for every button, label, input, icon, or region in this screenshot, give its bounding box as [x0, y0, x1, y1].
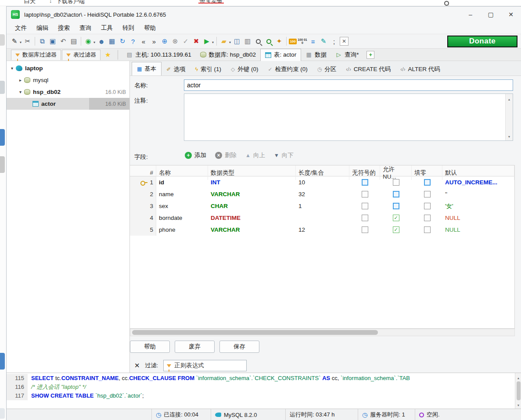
- action-button-discard[interactable]: 废弃: [175, 341, 215, 353]
- zerofill-checkbox[interactable]: [424, 191, 431, 197]
- table-comment-textarea[interactable]: [184, 93, 513, 141]
- field-button-move-down[interactable]: ▼向下: [274, 151, 294, 159]
- zerofill-checkbox[interactable]: [424, 215, 431, 221]
- unsigned-checkbox[interactable]: [362, 215, 368, 221]
- editor-tab-check-constraints[interactable]: ✓检查约束 (0): [263, 63, 313, 75]
- new-query-tab-icon[interactable]: [366, 51, 374, 59]
- insert-record-icon[interactable]: ⊕: [160, 36, 169, 47]
- session-tab-host[interactable]: ▤主机: 100.113.199.61: [122, 49, 195, 61]
- field-button-add[interactable]: +添加: [185, 151, 206, 159]
- copy-icon[interactable]: ⧉: [37, 36, 47, 47]
- undo-icon[interactable]: ↶: [58, 36, 68, 47]
- refresh-connection-icon[interactable]: ◉: [83, 36, 93, 47]
- disconnect-icon[interactable]: ✂: [23, 36, 32, 47]
- session-manager-icon[interactable]: ✎: [10, 36, 19, 47]
- tree-caret-icon[interactable]: ▾: [18, 90, 23, 94]
- close-filter-icon[interactable]: ✕: [134, 362, 140, 370]
- export-icon[interactable]: ▥: [243, 36, 252, 47]
- semicolon-icon[interactable]: ;: [329, 36, 339, 47]
- run-query-icon-dropdown[interactable]: [212, 38, 214, 45]
- run-query-icon[interactable]: ▶: [202, 36, 212, 47]
- menu-item-tools[interactable]: 工具: [96, 23, 118, 33]
- sql-log-scrollbar[interactable]: [515, 373, 521, 409]
- zerofill-checkbox[interactable]: [424, 203, 431, 209]
- unsigned-checkbox[interactable]: [362, 179, 368, 186]
- tree-item-mysql[interactable]: ▸mysql: [7, 74, 129, 86]
- syntax-highlight-icon[interactable]: ✎: [319, 36, 328, 47]
- scrollbar-thumb[interactable]: [517, 381, 521, 400]
- editor-tab-alter-code[interactable]: ‹/›ALTER 代码: [395, 63, 445, 75]
- reformat-icon[interactable]: ≡: [308, 36, 318, 47]
- save-icon[interactable]: ◫: [232, 36, 242, 47]
- clean-icon[interactable]: ✦: [274, 36, 284, 47]
- editor-tab-basic[interactable]: ▦基本: [132, 62, 162, 75]
- unsigned-checkbox[interactable]: [362, 191, 368, 197]
- tree-item-actor[interactable]: actor16.0 KiB: [7, 98, 129, 110]
- tree-caret-icon[interactable]: ▸: [18, 78, 23, 83]
- menu-item-edit[interactable]: 编辑: [32, 23, 53, 33]
- zerofill-checkbox[interactable]: [424, 226, 431, 233]
- allow-null-checkbox[interactable]: [393, 203, 399, 209]
- database-filter-tab[interactable]: 数据库过滤器: [11, 50, 61, 60]
- editor-tab-partitions[interactable]: ◷分区: [313, 63, 341, 75]
- field-row-phone[interactable]: 5phoneVARCHAR12✓NULL: [130, 224, 514, 236]
- session-tab-data[interactable]: ▦数据: [301, 49, 331, 61]
- tree-item-laptop[interactable]: ▾laptop: [7, 62, 129, 74]
- warning-100-icon[interactable]: 100: [289, 39, 297, 44]
- field-button-move-up[interactable]: ▲向上: [245, 151, 265, 159]
- action-button-save[interactable]: 保存: [219, 341, 259, 353]
- menu-item-goto[interactable]: 转到: [118, 23, 139, 33]
- scroll-down-icon[interactable]: [517, 401, 520, 408]
- unsigned-checkbox[interactable]: [362, 203, 368, 209]
- background-search-icon[interactable]: [444, 0, 449, 6]
- find-replace-icon[interactable]: [264, 36, 273, 47]
- tree-item-hsp_db02[interactable]: ▾hsp_db0216.0 KiB: [7, 86, 129, 98]
- unsigned-checkbox[interactable]: [362, 226, 368, 233]
- action-button-help[interactable]: 帮助: [130, 341, 170, 353]
- background-tab[interactable]: 下载客户端: [56, 0, 85, 5]
- user-manager-icon[interactable]: ☻: [97, 36, 106, 47]
- clear-icon[interactable]: ✕: [340, 37, 349, 46]
- binary-data-icon[interactable]: 100 010: [298, 36, 307, 47]
- open-file-icon[interactable]: ▰: [219, 36, 229, 47]
- donate-button[interactable]: Donate: [447, 36, 517, 47]
- refresh-icon[interactable]: ↻: [118, 36, 127, 47]
- field-button-remove[interactable]: ×删除: [215, 151, 237, 159]
- minimize-button[interactable]: –: [460, 7, 481, 22]
- editor-tab-options[interactable]: ✐选项: [162, 63, 190, 75]
- zerofill-checkbox[interactable]: [424, 179, 431, 186]
- scrollbar-thumb[interactable]: [132, 330, 378, 335]
- session-tab-database[interactable]: 数据库: hsp_db02: [196, 49, 260, 61]
- open-file-icon-dropdown[interactable]: [229, 38, 231, 45]
- scroll-up-icon[interactable]: [517, 374, 520, 381]
- scroll-up-icon[interactable]: [508, 95, 511, 102]
- field-row-sex[interactable]: 3sexCHAR1'女': [130, 200, 514, 212]
- tree-caret-icon[interactable]: ▾: [9, 66, 15, 71]
- horizontal-scrollbar[interactable]: [130, 329, 515, 336]
- editor-tab-indexes[interactable]: ϟ索引 (1): [190, 63, 226, 75]
- paste-icon[interactable]: ▣: [48, 36, 57, 47]
- comment-scrollbar[interactable]: [505, 94, 513, 140]
- menu-item-help[interactable]: 帮助: [139, 23, 161, 33]
- database-copy-icon[interactable]: ▦: [107, 36, 117, 47]
- editor-tab-foreign-keys[interactable]: ◇外键 (0): [226, 63, 263, 75]
- table-filter-tab[interactable]: 表过滤器: [62, 50, 101, 60]
- allow-null-checkbox[interactable]: ✓: [393, 226, 399, 233]
- maximize-button[interactable]: ▢: [481, 7, 501, 22]
- search-icon[interactable]: [253, 36, 263, 47]
- cancel-editing-icon[interactable]: ⊗: [170, 36, 180, 47]
- refresh-connection-icon-dropdown[interactable]: [93, 38, 95, 45]
- help-icon[interactable]: ?: [128, 36, 138, 47]
- post-changes-icon[interactable]: ✓: [181, 36, 190, 47]
- first-record-icon[interactable]: «: [139, 36, 148, 47]
- print-icon[interactable]: ▤: [69, 36, 79, 47]
- field-row-borndate[interactable]: 4borndateDATETIME✓NULL: [130, 212, 514, 224]
- editor-tab-create-code[interactable]: ‹/›CREATE 代码: [341, 63, 395, 75]
- filter-input[interactable]: 正则表达式: [163, 360, 247, 371]
- stop-icon[interactable]: ✖: [191, 36, 201, 47]
- session-tab-table[interactable]: 表: actor: [260, 49, 301, 61]
- session-tab-query[interactable]: ▷查询*: [331, 49, 363, 61]
- field-row-name[interactable]: 2nameVARCHAR32'': [130, 188, 514, 200]
- allow-null-checkbox[interactable]: ✓: [393, 215, 399, 221]
- allow-null-checkbox[interactable]: [393, 179, 399, 186]
